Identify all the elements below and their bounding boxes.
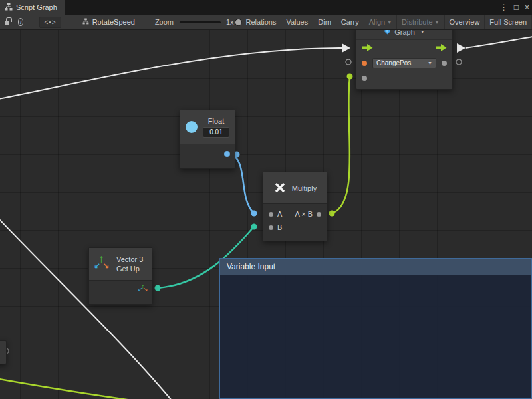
maximize-icon[interactable]: □ bbox=[514, 3, 519, 12]
value-input-port[interactable] bbox=[362, 61, 367, 66]
tab-script-graph[interactable]: Script Graph bbox=[0, 0, 65, 15]
graph-breadcrumb[interactable]: RotateSpeed bbox=[82, 18, 135, 26]
graph-toolbar: i <•> RotateSpeed Zoom 1x Relations Valu… bbox=[0, 15, 532, 30]
group-header[interactable]: Variable Input bbox=[220, 259, 531, 275]
chevron-down-icon: ▼ bbox=[420, 30, 425, 34]
input-port-b[interactable] bbox=[269, 225, 273, 230]
align-dropdown[interactable]: Align▼ bbox=[364, 15, 396, 29]
multiply-node-body: A A × B B bbox=[263, 203, 327, 241]
tab-title: Script Graph bbox=[16, 3, 57, 11]
dim-button[interactable]: Dim bbox=[313, 15, 336, 29]
relations-button[interactable]: Relations bbox=[241, 15, 281, 29]
input-label-a: A bbox=[277, 210, 282, 218]
close-icon[interactable]: × bbox=[525, 3, 529, 12]
distribute-dropdown[interactable]: Distribute▼ bbox=[396, 15, 444, 29]
wire-endpoint[interactable] bbox=[251, 224, 257, 230]
menu-icon[interactable]: ⋮ bbox=[500, 3, 508, 12]
wire-endpoint[interactable] bbox=[329, 211, 335, 217]
wire-diagonal bbox=[0, 219, 172, 399]
output-label: A × B bbox=[295, 210, 313, 218]
float-output-port[interactable] bbox=[224, 151, 230, 157]
float-value-field[interactable]: 0.01 bbox=[203, 127, 229, 138]
input-port-a[interactable] bbox=[269, 212, 273, 217]
partial-node[interactable] bbox=[0, 340, 7, 364]
vector3-node-header: ↑↙↘ Vector 3 Get Up bbox=[89, 248, 152, 280]
value-port-left[interactable] bbox=[346, 59, 351, 65]
wire-endpoint[interactable] bbox=[155, 285, 161, 291]
zoom-value: 1x bbox=[226, 18, 234, 26]
wire-endpoint[interactable] bbox=[347, 74, 353, 80]
float-node-body bbox=[180, 144, 235, 168]
chevron-down-icon: ▼ bbox=[435, 20, 440, 25]
output-port[interactable] bbox=[317, 212, 321, 217]
input-label-b: B bbox=[277, 223, 282, 231]
tab-bar: Script Graph ⋮ □ × bbox=[0, 0, 532, 15]
values-button[interactable]: Values bbox=[281, 15, 313, 29]
wire-endpoint[interactable] bbox=[251, 211, 257, 217]
multiply-icon bbox=[273, 181, 287, 196]
flow-out-port[interactable] bbox=[436, 44, 447, 51]
graph-unit-icon bbox=[384, 30, 391, 36]
event-node-title: Graph bbox=[394, 30, 415, 36]
value-port-right[interactable] bbox=[456, 59, 462, 65]
lock-icon[interactable] bbox=[5, 21, 9, 25]
vector3-node[interactable]: ↑↙↘ Vector 3 Get Up ↑↙↘ bbox=[88, 247, 152, 305]
vector3-node-title: Vector 3 bbox=[116, 255, 143, 264]
variable-input-group[interactable]: Variable Input bbox=[219, 258, 532, 399]
port-row-a: A A × B bbox=[263, 207, 327, 221]
carry-button[interactable]: Carry bbox=[336, 15, 364, 29]
window-controls: ⋮ □ × bbox=[500, 0, 529, 15]
flow-arrowhead-out[interactable] bbox=[457, 43, 466, 53]
toolbar-buttons: Relations Values Dim Carry Align▼ Distri… bbox=[241, 15, 532, 29]
vector3-icon: ↑↙↘ bbox=[94, 256, 110, 272]
zoom-label: Zoom bbox=[155, 18, 174, 26]
event-node-header[interactable]: Graph ▼ bbox=[356, 30, 452, 40]
unity-window: Script Graph ⋮ □ × i <•> RotateSpeed Zoo… bbox=[0, 0, 532, 399]
flow-port-row bbox=[356, 40, 452, 55]
flow-arrowhead-in[interactable] bbox=[342, 43, 350, 53]
float-node[interactable]: Float 0.01 bbox=[180, 110, 235, 169]
dropdown-value: ChangePos bbox=[376, 59, 411, 66]
wire-flow-out bbox=[466, 37, 532, 48]
float-node-header: Float 0.01 bbox=[180, 110, 235, 144]
wire-flow-in bbox=[0, 48, 342, 99]
flow-in-port[interactable] bbox=[362, 44, 373, 51]
float-node-title: Float bbox=[208, 117, 224, 125]
vector3-output-port[interactable]: ↑↙↘ bbox=[137, 284, 148, 295]
port-row-b: B bbox=[263, 221, 327, 234]
zoom-slider[interactable] bbox=[180, 21, 221, 23]
graph-canvas[interactable]: Graph ▼ ChangePos ▼ bbox=[0, 30, 532, 399]
zoom-slider-handle[interactable] bbox=[235, 19, 242, 26]
wire-multiply-to-event bbox=[332, 78, 350, 213]
vector3-node-body: ↑↙↘ bbox=[89, 280, 152, 304]
info-icon[interactable]: i bbox=[18, 18, 24, 26]
code-icon[interactable]: <•> bbox=[39, 17, 61, 28]
script-graph-icon bbox=[5, 3, 13, 12]
value-output-port[interactable] bbox=[442, 61, 447, 66]
vector3-node-subtitle: Get Up bbox=[116, 265, 143, 273]
multiply-node-header: Multiply bbox=[263, 172, 327, 203]
event-node[interactable]: Graph ▼ ChangePos ▼ bbox=[356, 30, 453, 90]
float-type-icon bbox=[186, 121, 198, 133]
overview-button[interactable]: Overview bbox=[444, 15, 485, 29]
fullscreen-button[interactable]: Full Screen bbox=[484, 15, 532, 29]
chevron-down-icon: ▼ bbox=[387, 20, 392, 25]
multiply-node[interactable]: Multiply A A × B B bbox=[263, 172, 327, 241]
wire-green-bottom bbox=[0, 379, 132, 399]
extra-port-row bbox=[356, 70, 452, 86]
changepos-dropdown[interactable]: ChangePos ▼ bbox=[372, 58, 436, 68]
value-input-port-2[interactable] bbox=[362, 76, 367, 81]
group-title: Variable Input bbox=[227, 262, 275, 271]
multiply-node-title: Multiply bbox=[292, 184, 317, 192]
graph-name-label: RotateSpeed bbox=[92, 18, 135, 26]
chevron-down-icon: ▼ bbox=[428, 61, 432, 65]
dropdown-row: ChangePos ▼ bbox=[356, 55, 452, 70]
graph-asset-icon bbox=[82, 18, 89, 26]
